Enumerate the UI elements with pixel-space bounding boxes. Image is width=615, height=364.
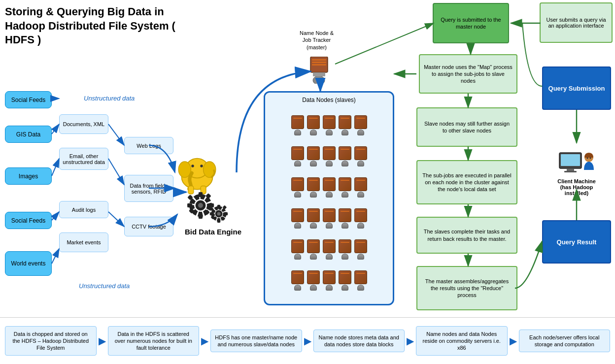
svg-line-52 [52, 124, 59, 134]
cluster-server [291, 146, 304, 166]
middle-documents-xml: Documents, XML [59, 114, 108, 134]
process-slaves-complete: The slaves complete their tasks and retu… [416, 217, 517, 254]
svg-point-33 [217, 212, 221, 216]
data-source-images: Images [5, 167, 52, 185]
svg-rect-43 [564, 171, 577, 172]
middle-web-logs: Web Logs [124, 137, 173, 154]
process-slave-assign: Slave nodes may still further assign to … [416, 107, 517, 147]
svg-rect-41 [561, 154, 580, 166]
cluster-server [307, 115, 320, 135]
cluster-server [339, 177, 351, 198]
svg-line-58 [108, 212, 124, 227]
svg-rect-37 [312, 64, 326, 66]
svg-point-38 [313, 76, 325, 84]
cluster-server [291, 208, 304, 229]
cluster-server [291, 115, 304, 135]
middle-email: Email, other unstructured data [59, 148, 108, 170]
bottom-arrow-4: ▶ [405, 335, 416, 347]
cluster-server [339, 146, 351, 166]
main-container: Storing & Querying Big Data in Hadoop Di… [0, 0, 615, 364]
bottom-arrow-1: ▶ [97, 335, 108, 347]
data-nodes-label: Data Nodes (slaves) [265, 97, 393, 103]
svg-rect-39 [313, 72, 325, 76]
cluster-server [323, 239, 336, 260]
svg-line-55 [52, 249, 59, 264]
middle-audit-logs: Audit logs [59, 201, 108, 218]
svg-point-5 [200, 165, 203, 167]
svg-point-46 [590, 158, 591, 159]
svg-point-20 [198, 203, 203, 208]
cluster-server [307, 239, 320, 260]
cluster-server [291, 239, 304, 260]
cluster-server [339, 270, 351, 291]
gear-small-icon [209, 204, 228, 225]
page-title: Storing & Querying Big Data in Hadoop Di… [5, 5, 202, 47]
client-machine-label: Client Machine(has Hadoopinstalled) [547, 178, 606, 196]
svg-point-45 [587, 158, 588, 159]
client-machine: Client Machine(has Hadoopinstalled) [547, 143, 606, 196]
cluster-server [323, 270, 336, 291]
cluster-server [354, 239, 367, 260]
middle-market-events: Market events [59, 232, 108, 252]
unstructured-label-bottom: Unstructured data [79, 282, 130, 290]
big-data-engine-label: Bid Data Engine [185, 228, 241, 236]
name-node-label: Name Node &Job Tracker(master) [300, 30, 334, 51]
svg-line-53 [52, 159, 59, 176]
bottom-arrow-5: ▶ [508, 335, 519, 347]
svg-line-57 [108, 159, 124, 185]
process-sub-jobs: The sub-jobs are executed in parallel on… [416, 160, 517, 204]
process-master-reduce: The master assembles/aggregates the resu… [416, 266, 517, 310]
svg-rect-36 [312, 62, 326, 63]
cluster-server [339, 115, 351, 135]
data-source-world-events: World events [5, 251, 52, 276]
middle-cctv: CCTV footage [124, 217, 173, 236]
data-source-gis-data: GIS Data [5, 126, 52, 143]
svg-line-54 [52, 212, 59, 220]
cluster-server [307, 146, 320, 166]
name-node-server-icon [308, 57, 330, 85]
cluster-server [339, 208, 351, 229]
process-query-submitted: Query is submitted to the master node [433, 3, 509, 43]
cluster-server [307, 177, 320, 198]
bottom-arrow-2: ▶ [199, 335, 210, 347]
user-submits-box: User submits a query via an application … [540, 2, 613, 43]
cluster-server [354, 146, 367, 166]
cluster-server [354, 270, 367, 291]
svg-rect-42 [567, 168, 574, 171]
cluster-server [323, 177, 336, 198]
data-source-social-feeds-1: Social Feeds [5, 91, 52, 108]
data-source-social-feeds-2: Social Feeds [5, 212, 52, 229]
bottom-flow: Data is chopped and stored on the HDFS –… [0, 317, 615, 364]
cluster-server [323, 115, 336, 135]
cluster-server [307, 270, 320, 291]
hadoop-elephant-icon [175, 153, 219, 197]
bottom-step-4: Name node stores meta data and data node… [313, 330, 405, 353]
unstructured-label-top: Unstructured data [84, 95, 135, 102]
cluster-server [323, 208, 336, 229]
svg-rect-35 [312, 59, 326, 61]
query-submission-box: Query Submission [542, 66, 611, 110]
bottom-step-5: Name nodes and data Nodes reside on comm… [416, 326, 508, 356]
hdfs-cluster-box: Data Nodes (slaves) [264, 91, 394, 305]
middle-data-fields: Data from fields sensors, RFID [124, 175, 173, 202]
cluster-server [354, 115, 367, 135]
cluster-server [354, 208, 367, 229]
bottom-step-3: HDFS has one master/name node and numero… [210, 330, 302, 353]
cluster-server [339, 239, 351, 260]
bottom-step-1: Data is chopped and stored on the HDFS –… [5, 326, 97, 356]
svg-point-4 [191, 165, 194, 167]
cluster-server [323, 146, 336, 166]
svg-line-56 [108, 124, 124, 145]
query-result-box: Query Result [542, 220, 611, 264]
cluster-server [291, 177, 304, 198]
bottom-step-6: Each node/server offers local storage an… [519, 330, 611, 353]
bottom-step-2: Data in the HDFS is scattered over numer… [108, 326, 200, 356]
cluster-server [307, 208, 320, 229]
process-master-map: Master node uses the "Map" process to as… [419, 54, 517, 94]
bottom-arrow-3: ▶ [302, 335, 313, 347]
cluster-server [354, 177, 367, 198]
cluster-server [291, 270, 304, 291]
